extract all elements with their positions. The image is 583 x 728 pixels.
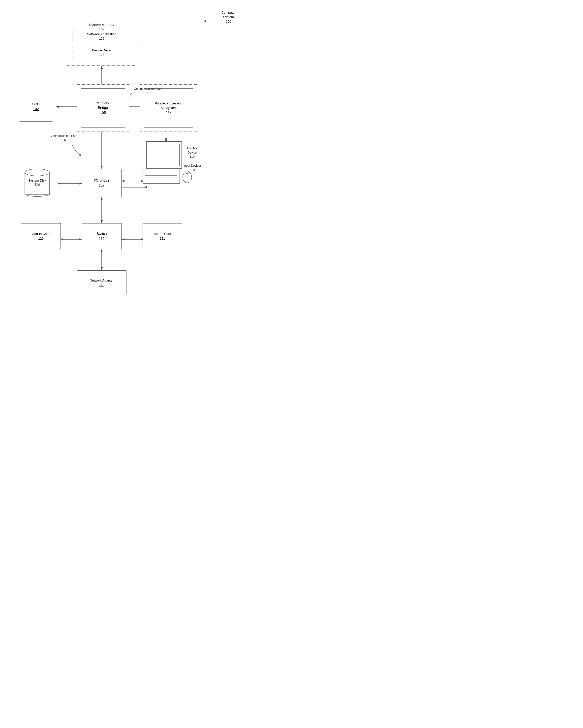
software-application-box: Software Application125 [72,30,131,43]
cs-arrow [201,17,221,25]
system-disk-group: System Disk114 [21,166,53,202]
dd110-number: 110 [190,155,195,158]
sa-number: 125 [99,37,104,41]
memory-bridge-box: MemoryBridge105 [81,88,125,128]
mb-number: 105 [100,111,106,114]
cp113-number: 113 [145,91,150,95]
memory-bridge-outer: MemoryBridge105 [77,84,129,131]
monitor-screen [146,141,182,169]
network-adapter-box: Network Adapter118 [77,270,127,295]
diagram: Computer System 100 System Memory104 Sof… [0,0,243,303]
comm-path-106-label: Communication Path106 [50,134,77,142]
sw-number: 116 [99,237,104,241]
io-bridge-box: I/O Bridge107 [82,169,122,197]
input-devices-label: Input Devices108 [184,164,202,172]
system-memory-box: System Memory104 Software Application125… [67,20,136,66]
computer-system-label: Computer System 100 [221,10,236,24]
svg-point-17 [25,169,50,176]
cpu-number: 102 [33,107,39,111]
sd-number: 114 [34,182,40,186]
input-devices-group [142,169,180,185]
cp106-number: 106 [61,138,66,142]
pps-number: 112 [166,110,171,114]
pps-display-arrow [162,131,170,144]
id-number: 108 [190,168,195,172]
addin-card-120-box: Add-In Card120 [21,223,61,249]
cpu-box: CPU102 [20,92,52,122]
display-device-label: DisplayDevice110 [187,146,197,159]
device-driver-box: Device Driver103 [72,46,131,59]
dd-number: 103 [99,53,104,56]
iob-number: 107 [99,183,104,187]
keyboard-box [142,169,180,184]
comm-path-113-label: Communication Path113 [134,87,161,95]
switch-box: Switch116 [82,223,122,249]
monitor-inner [149,144,180,166]
na-number: 118 [99,283,104,287]
cp106-arrow [67,141,92,161]
addin-card-121-box: Add-In Card121 [142,223,182,249]
aic120-number: 120 [38,237,44,240]
aic121-number: 121 [160,237,165,240]
